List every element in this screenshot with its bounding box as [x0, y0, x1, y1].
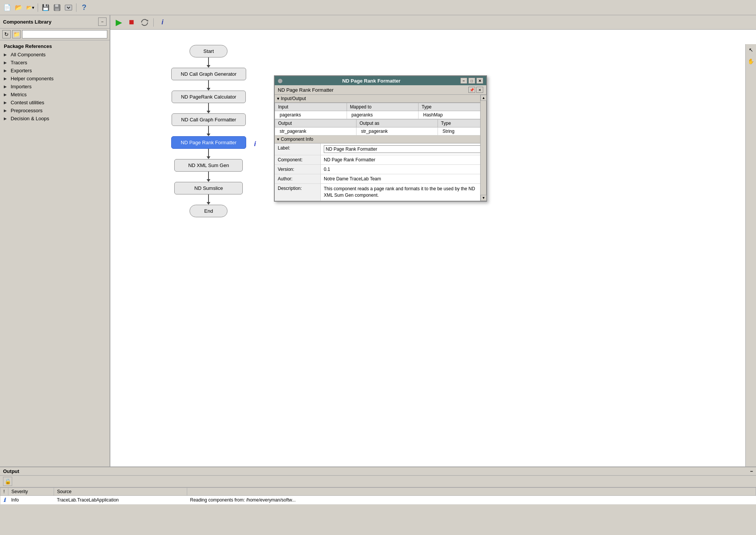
toolbar-separator-2 — [76, 3, 76, 12]
sidebar-controls: − — [98, 18, 107, 26]
panel-close-button[interactable]: ✕ — [476, 78, 483, 84]
nd-page-rank-formatter-panel: ⬤ ND Page Rank Formatter − □ ✕ ND Page R… — [274, 75, 487, 202]
output-header: Output − — [0, 467, 756, 476]
panel-title: ND Page Rank Formatter — [342, 78, 400, 84]
connector-6 — [171, 172, 246, 182]
output-minimize-button[interactable]: − — [750, 468, 753, 474]
sidebar-header: Components Library − — [0, 15, 110, 29]
output-col-header: Output — [275, 119, 357, 127]
save-button[interactable]: 💾 — [41, 3, 51, 13]
flow-diagram: Start ND Call Graph Generator ND PageRan… — [171, 45, 246, 217]
flow-node-nd-xml-sum-gen[interactable]: ND XML Sum Gen — [174, 159, 243, 172]
output-col-source: Source — [54, 488, 187, 496]
type-col-header-input: Type — [419, 103, 486, 111]
input-table: Input Mapped to Type pageranks pageranks… — [275, 103, 486, 119]
output-col-message — [187, 488, 756, 496]
author-field-label: Author: — [275, 174, 320, 184]
flow-node-nd-pagerank-calc[interactable]: ND PageRank Calculator — [172, 91, 246, 103]
sidebar-search-bar: ↻ 📁 — [0, 29, 110, 40]
input-output-toggle[interactable]: ▾ Input/Output — [275, 95, 486, 103]
output-as-cell-str-pagerank: str_pagerank — [357, 127, 438, 135]
panel-inner-close-button[interactable]: ✕ — [476, 87, 483, 93]
flow-node-nd-pagerank-calc-label: ND PageRank Calculator — [181, 94, 236, 100]
new-file-button[interactable]: 📄 — [2, 3, 12, 13]
flow-node-end-label: End — [204, 208, 213, 214]
tree-item-contest-utilities[interactable]: ▶ Contest utilities — [0, 99, 110, 107]
input-output-arrow: ▾ — [277, 96, 279, 101]
version-field-value: 0.1 — [320, 165, 486, 174]
scrollbar-down-button[interactable]: ▼ — [481, 195, 487, 201]
output-toolbar: 🔒 — [0, 476, 756, 487]
tree-label-importers: Importers — [11, 84, 32, 89]
author-field-value: Notre Dame TraceLab Team — [320, 174, 486, 184]
panel-inner-title: ND Page Rank Formatter — [278, 87, 334, 93]
flow-node-nd-call-graph-fmt[interactable]: ND Call Graph Formatter — [172, 113, 245, 126]
tree-item-all-components[interactable]: ▶ All Components — [0, 51, 110, 59]
tree-item-exporters[interactable]: ▶ Exporters — [0, 67, 110, 75]
open-file-button[interactable]: 📂 — [14, 3, 24, 13]
description-field-label: Description: — [275, 184, 320, 201]
search-input[interactable] — [22, 30, 107, 38]
label-field-input[interactable] — [324, 145, 483, 153]
flow-node-end[interactable]: End — [189, 205, 228, 217]
tree-item-preprocessors[interactable]: ▶ Preprocessors — [0, 107, 110, 115]
components-library-title: Components Library — [3, 19, 51, 25]
flow-node-start[interactable]: Start — [189, 45, 228, 57]
tree-item-tracers[interactable]: ▶ Tracers — [0, 59, 110, 67]
info-icon: ℹ — [3, 497, 5, 503]
flow-node-nd-xml-sum-gen-label: ND XML Sum Gen — [188, 162, 229, 168]
panel-maximize-button[interactable]: □ — [468, 78, 475, 84]
flow-node-nd-call-graph-gen[interactable]: ND Call Graph Generator — [171, 68, 246, 80]
sidebar-tree: Package References ▶ All Components ▶ Tr… — [0, 40, 110, 467]
top-toolbar: 📄 📂 📂▾ 💾 ? — [0, 0, 756, 15]
pan-tool-button[interactable]: ✋ — [747, 57, 755, 65]
refresh-button[interactable]: ↻ — [2, 30, 11, 38]
panel-minimize-button[interactable]: − — [460, 78, 467, 84]
output-row-source: TraceLab.TraceLabApplication — [54, 496, 187, 505]
tree-arrow-decision: ▶ — [4, 116, 8, 121]
open-dropdown-button[interactable]: 📂▾ — [25, 3, 35, 13]
version-field-label: Version: — [275, 165, 320, 174]
tree-label-metrics: Metrics — [11, 92, 27, 97]
browse-button[interactable]: 📁 — [12, 30, 21, 38]
type-cell-string: String — [438, 127, 486, 135]
output-clear-button[interactable]: 🔒 — [3, 477, 12, 486]
connector-7 — [171, 194, 246, 205]
output-row-message: Reading components from: /home/everyman/… — [187, 496, 756, 505]
type-col-header-output: Type — [438, 119, 486, 127]
tree-arrow-preprocessors: ▶ — [4, 108, 8, 113]
tree-item-importers[interactable]: ▶ Importers — [0, 83, 110, 91]
help-button[interactable]: ? — [79, 3, 89, 13]
info-toggle-button[interactable]: i — [157, 17, 168, 28]
flow-node-nd-page-rank-fmt[interactable]: ND Page Rank Formatter — [171, 136, 246, 149]
svg-rect-1 — [55, 5, 58, 7]
scrollbar-up-button[interactable]: ▲ — [481, 95, 487, 101]
input-col-header: Input — [275, 103, 347, 111]
reload-workflow-button[interactable] — [139, 17, 150, 28]
output-table-row: ℹ Info TraceLab.TraceLabApplication Read… — [0, 496, 756, 505]
flow-node-nd-call-graph-fmt-label: ND Call Graph Formatter — [181, 117, 236, 123]
connector-2 — [171, 80, 246, 91]
mapped-to-cell-pageranks: pageranks — [347, 111, 419, 119]
output-table: Output Output as Type str_pagerank str_p… — [275, 119, 486, 135]
sidebar: Components Library − ↻ 📁 Package Referen… — [0, 15, 110, 467]
play-button[interactable]: ▶ — [113, 17, 124, 28]
tree-item-decision-loops[interactable]: ▶ Decision & Loops — [0, 115, 110, 123]
sidebar-close-button[interactable]: − — [98, 18, 107, 26]
panel-scrollbar[interactable]: ▲ ▼ — [480, 95, 486, 201]
stop-button[interactable]: ⏹ — [126, 17, 137, 28]
tree-item-metrics[interactable]: ▶ Metrics — [0, 91, 110, 99]
canvas-content[interactable]: Start ND Call Graph Generator ND PageRan… — [110, 30, 756, 467]
cursor-tool-button[interactable]: ↖ — [747, 46, 755, 54]
save-as-button[interactable] — [52, 3, 62, 13]
tree-item-package-references[interactable]: Package References — [0, 42, 110, 51]
tree-label-all-components: All Components — [11, 52, 46, 57]
export-button[interactable] — [64, 3, 73, 13]
label-field-value[interactable] — [320, 143, 486, 155]
flow-node-nd-sumslice[interactable]: ND Sumslice — [174, 182, 243, 194]
output-table: ! Severity Source ℹ Info TraceLab.TraceL… — [0, 487, 756, 505]
panel-inner-pin-button[interactable]: 📌 — [468, 87, 475, 93]
output-scroll[interactable]: ! Severity Source ℹ Info TraceLab.TraceL… — [0, 487, 756, 535]
component-info-toggle[interactable]: ▾ Component Info — [275, 135, 486, 143]
tree-item-helper-components[interactable]: ▶ Helper components — [0, 75, 110, 83]
